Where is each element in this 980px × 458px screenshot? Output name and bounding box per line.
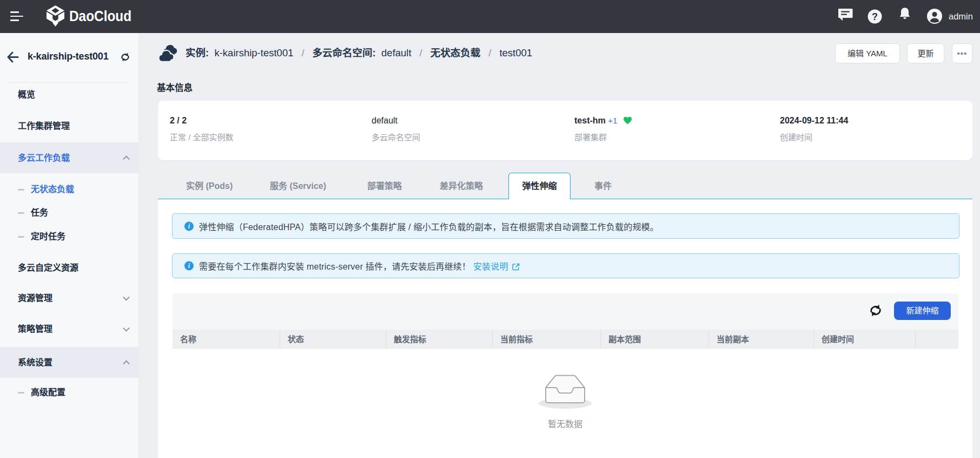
svg-text:?: ?	[872, 11, 878, 22]
